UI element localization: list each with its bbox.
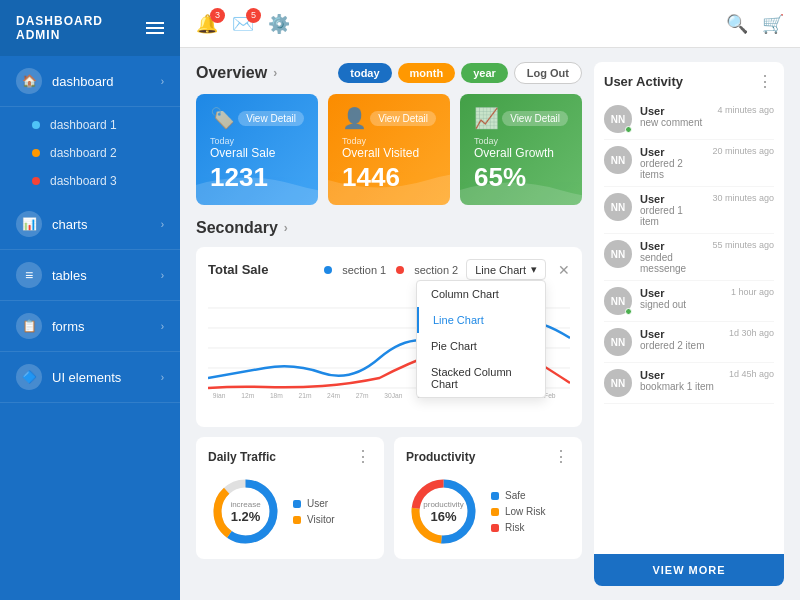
chart-type-dropdown: Line Chart ▾ Column Chart Line Chart Pie…	[466, 259, 546, 280]
secondary-title: Secondary ›	[196, 219, 288, 237]
charts-icon: 📊	[16, 211, 42, 237]
overview-arrow[interactable]: ›	[273, 66, 277, 80]
main-content: 🔔 3 ✉️ 5 ⚙️ 🔍 🛒 Overview › today	[180, 0, 800, 600]
chevron-icon: ›	[161, 372, 164, 383]
sidebar-label-forms: forms	[52, 319, 85, 334]
cart-button[interactable]: 🛒	[762, 13, 784, 35]
notification-button[interactable]: 🔔 3	[196, 13, 218, 35]
svg-text:18m: 18m	[270, 392, 283, 398]
legend-user: User	[293, 498, 335, 509]
tab-month[interactable]: month	[398, 63, 456, 83]
topbar-left: 🔔 3 ✉️ 5 ⚙️	[196, 13, 290, 35]
card-growth: 📈 View Detail Today Overall Growth 65%	[460, 94, 582, 205]
activity-info: User bookmark 1 item	[640, 369, 721, 392]
daily-traffic-title: Daily Traffic	[208, 450, 276, 464]
sidebar-item-dashboard2[interactable]: dashboard 2	[0, 139, 180, 167]
card-growth-view[interactable]: View Detail	[502, 111, 568, 126]
dropdown-trigger[interactable]: Line Chart ▾	[466, 259, 546, 280]
activity-desc: ordered 2 item	[640, 340, 721, 351]
card-sale-view[interactable]: View Detail	[238, 111, 304, 126]
secondary-arrow[interactable]: ›	[284, 221, 288, 235]
activity-list: NN User new comment 4 minutes ago NN Use…	[604, 99, 774, 550]
user-activity-title: User Activity	[604, 74, 683, 89]
card-visited-view[interactable]: View Detail	[370, 111, 436, 126]
sidebar-label-dashboard: dashboard	[52, 74, 113, 89]
card-sale: 🏷️ View Detail Today Overall Sale 1231	[196, 94, 318, 205]
activity-time: 1 hour ago	[731, 287, 774, 297]
activity-item: NN User ordered 2 items 20 minutes ago	[604, 140, 774, 187]
dot-icon	[32, 177, 40, 185]
dropdown-item-column[interactable]: Column Chart	[417, 281, 545, 307]
activity-desc: ordered 1 item	[640, 205, 704, 227]
card-visited-title: Overall Visited	[342, 146, 436, 160]
sidebar-item-forms[interactable]: 📋 forms ›	[0, 301, 180, 352]
view-more-button[interactable]: VIEW MORE	[594, 554, 784, 586]
avatar: NN	[604, 240, 632, 268]
activity-desc: ordered 2 items	[640, 158, 704, 180]
card-visited-label: Today	[342, 136, 436, 146]
dropdown-menu: Column Chart Line Chart Pie Chart Stacke…	[416, 280, 546, 398]
activity-item: NN User ordered 2 item 1d 30h ago	[604, 322, 774, 363]
activity-info: User ordered 2 items	[640, 146, 704, 180]
legend-section2-dot	[396, 266, 404, 274]
content-area: Overview › today month year Log Out 🏷️ V…	[180, 48, 800, 600]
logout-button[interactable]: Log Out	[514, 62, 582, 84]
prod-donut-sub: productivity	[423, 500, 463, 509]
chevron-icon: ›	[161, 76, 164, 87]
sidebar-item-tables[interactable]: ≡ tables ›	[0, 250, 180, 301]
user-activity-menu[interactable]: ⋮	[757, 72, 774, 91]
legend-visitor-color	[293, 516, 301, 524]
donut-val: 1.2%	[230, 509, 260, 524]
activity-info: User ordered 1 item	[640, 193, 704, 227]
activity-time: 1d 45h ago	[729, 369, 774, 379]
sidebar-item-dashboard[interactable]: 🏠 dashboard ›	[0, 56, 180, 107]
activity-item: NN User signed out 1 hour ago	[604, 281, 774, 322]
chevron-icon: ›	[161, 219, 164, 230]
overview-title: Overview ›	[196, 64, 277, 82]
legend-lowrisk-label: Low Risk	[505, 506, 546, 517]
sidebar-header: DASHBOARD ADMIN	[0, 0, 180, 56]
legend-risk-color	[491, 524, 499, 532]
legend-visitor: Visitor	[293, 514, 335, 525]
sidebar-item-dashboard1[interactable]: dashboard 1	[0, 111, 180, 139]
productivity-menu[interactable]: ⋮	[553, 447, 570, 466]
settings-button[interactable]: ⚙️	[268, 13, 290, 35]
dropdown-item-line[interactable]: Line Chart	[417, 307, 545, 333]
svg-text:24m: 24m	[327, 392, 340, 398]
daily-traffic-menu[interactable]: ⋮	[355, 447, 372, 466]
avatar: NN	[604, 287, 632, 315]
sidebar-item-charts[interactable]: 📊 charts ›	[0, 199, 180, 250]
svg-text:12m: 12m	[241, 392, 254, 398]
dropdown-chevron: ▾	[531, 263, 537, 276]
activity-desc: new comment	[640, 117, 709, 128]
topbar-right: 🔍 🛒	[726, 13, 784, 35]
tab-year[interactable]: year	[461, 63, 508, 83]
svg-text:21m: 21m	[299, 392, 312, 398]
tab-today[interactable]: today	[338, 63, 391, 83]
legend-risk-label: Risk	[505, 522, 524, 533]
hamburger-menu[interactable]	[146, 22, 164, 34]
dropdown-item-stacked[interactable]: Stacked Column Chart	[417, 359, 545, 397]
card-sale-title: Overall Sale	[210, 146, 304, 160]
total-sale-chart: Total Sale section 1 section 2 Line Char…	[196, 247, 582, 427]
close-chart-button[interactable]: ✕	[558, 262, 570, 278]
message-button[interactable]: ✉️ 5	[232, 13, 254, 35]
dropdown-item-pie[interactable]: Pie Chart	[417, 333, 545, 359]
activity-info: User ordered 2 item	[640, 328, 721, 351]
svg-text:9jan: 9jan	[213, 392, 226, 398]
activity-desc: bookmark 1 item	[640, 381, 721, 392]
dot-icon	[32, 149, 40, 157]
card-sale-icon: 🏷️	[210, 106, 235, 130]
sidebar-item-ui[interactable]: 🔷 UI elements ›	[0, 352, 180, 403]
sidebar-item-dashboard3[interactable]: dashboard 3	[0, 167, 180, 195]
notification-badge: 3	[210, 8, 225, 23]
avatar: NN	[604, 193, 632, 221]
dashboard-icon: 🏠	[16, 68, 42, 94]
legend-safe-color	[491, 492, 499, 500]
svg-text:30Jan: 30Jan	[384, 392, 402, 398]
productivity-legend: Safe Low Risk Risk	[491, 490, 546, 533]
user-activity-header: User Activity ⋮	[604, 72, 774, 91]
search-button[interactable]: 🔍	[726, 13, 748, 35]
avatar: NN	[604, 369, 632, 397]
legend-user-label: User	[307, 498, 328, 509]
